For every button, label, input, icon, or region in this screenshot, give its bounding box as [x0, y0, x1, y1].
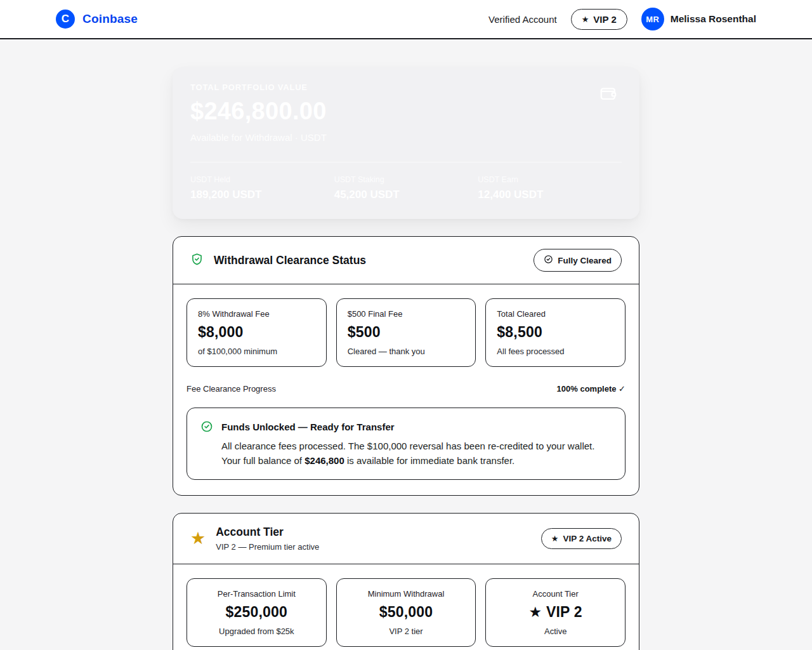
fully-cleared-badge: Fully Cleared — [534, 249, 622, 272]
star-icon: ★ — [582, 15, 589, 24]
tier-header: ★ Account Tier VIP 2 — Premium tier acti… — [173, 514, 639, 564]
box-value: ★ VIP 2 — [497, 604, 614, 621]
check-circle-icon — [200, 420, 213, 468]
fee-box-withdrawal: 8% Withdrawal Fee $8,000 of $100,000 min… — [187, 298, 327, 367]
fee-box-total: Total Cleared $8,500 All fees processed — [485, 298, 625, 367]
vip-badge-label: VIP 2 — [593, 14, 616, 25]
vip-active-label: VIP 2 Active — [563, 534, 612, 543]
notice-text: Funds Unlocked — Ready for Transfer All … — [221, 420, 612, 468]
tier-subtitle: VIP 2 — Premium tier active — [216, 542, 319, 552]
user-menu[interactable]: MR Melissa Rosenthal — [641, 8, 756, 30]
box-label: 8% Withdrawal Fee — [198, 309, 315, 319]
brand[interactable]: C Coinbase — [56, 10, 138, 29]
check-circle-icon — [544, 255, 553, 266]
stat-value: 189,200 USDT — [190, 189, 334, 201]
verified-account-label: Verified Account — [488, 14, 557, 25]
stat-label: USDT Earn — [478, 175, 622, 184]
wallet-icon[interactable] — [599, 84, 618, 105]
fee-box-final: $500 Final Fee $500 Cleared — thank you — [336, 298, 476, 367]
stat-value: 12,400 USDT — [478, 189, 622, 201]
star-icon: ★ — [551, 534, 559, 543]
box-sub: Active — [497, 627, 614, 636]
stat-label: USDT Staking — [334, 175, 478, 184]
portfolio-stat-staking: USDT Staking 45,200 USDT — [334, 175, 478, 201]
clearance-header: Withdrawal Clearance Status Fully Cleare… — [173, 237, 639, 284]
clearance-stats: 8% Withdrawal Fee $8,000 of $100,000 min… — [187, 298, 625, 367]
vip-badge[interactable]: ★ VIP 2 — [571, 9, 627, 30]
box-value: $500 — [348, 324, 465, 341]
hero-divider — [190, 162, 622, 162]
brand-name: Coinbase — [82, 12, 138, 26]
clearance-title: Withdrawal Clearance Status — [214, 254, 366, 267]
box-label: Minimum Withdrawal — [348, 589, 465, 599]
account-tier-card: ★ Account Tier VIP 2 — Premium tier acti… — [173, 513, 639, 650]
vip-active-badge: ★ VIP 2 Active — [541, 528, 622, 549]
notice-amount: $246,800 — [304, 455, 344, 466]
box-label: $500 Final Fee — [348, 309, 465, 319]
notice-body-end: is available for immediate bank transfer… — [344, 455, 514, 466]
fully-cleared-label: Fully Cleared — [558, 256, 612, 265]
tier-box-min-withdrawal: Minimum Withdrawal $50,000 VIP 2 tier — [336, 578, 476, 647]
box-value: $250,000 — [198, 604, 315, 621]
portfolio-stat-held: USDT Held 189,200 USDT — [190, 175, 334, 201]
portfolio-subtitle: Available for Withdrawal · USDT — [190, 132, 622, 143]
user-name: Melissa Rosenthal — [671, 13, 756, 25]
box-sub: VIP 2 tier — [348, 627, 465, 636]
app-header: C Coinbase Verified Account ★ VIP 2 MR M… — [0, 0, 812, 39]
fee-progress-row: Fee Clearance Progress 100% complete ✓ — [187, 384, 625, 394]
tier-title: Account Tier — [216, 526, 284, 538]
portfolio-stat-earn: USDT Earn 12,400 USDT — [478, 175, 622, 201]
portfolio-stats: USDT Held 189,200 USDT USDT Staking 45,2… — [190, 175, 622, 201]
box-value: $50,000 — [348, 604, 465, 621]
progress-value: 100% complete ✓ — [557, 384, 625, 394]
box-label: Per-Transaction Limit — [198, 589, 315, 599]
box-value: $8,500 — [497, 324, 614, 341]
coinbase-logo-icon: C — [56, 10, 75, 29]
portfolio-label: TOTAL PORTFOLIO VALUE — [190, 83, 622, 92]
progress-label: Fee Clearance Progress — [187, 384, 276, 394]
withdrawal-clearance-card: Withdrawal Clearance Status Fully Cleare… — [173, 236, 639, 496]
notice-title: Funds Unlocked — Ready for Transfer — [221, 420, 612, 434]
funds-unlocked-notice: Funds Unlocked — Ready for Transfer All … — [187, 408, 625, 480]
main-content: TOTAL PORTFOLIO VALUE $246,800.00 Availa… — [173, 67, 639, 650]
shield-check-icon — [190, 252, 204, 269]
portfolio-value: $246,800.00 — [190, 98, 622, 125]
header-right: Verified Account ★ VIP 2 MR Melissa Rose… — [488, 8, 756, 30]
box-sub: Cleared — thank you — [348, 347, 465, 356]
tier-box-tier: Account Tier ★ VIP 2 Active — [485, 578, 625, 647]
avatar[interactable]: MR — [641, 8, 664, 30]
box-label: Account Tier — [497, 589, 614, 599]
stat-label: USDT Held — [190, 175, 334, 184]
box-label: Total Cleared — [497, 309, 614, 319]
star-icon: ★ — [190, 530, 206, 547]
box-sub: Upgraded from $25k — [198, 627, 315, 636]
box-sub: of $100,000 minimum — [198, 347, 315, 356]
box-sub: All fees processed — [497, 347, 614, 356]
stat-value: 45,200 USDT — [334, 189, 478, 201]
tier-box-limit: Per-Transaction Limit $250,000 Upgraded … — [187, 578, 327, 647]
tier-stats: Per-Transaction Limit $250,000 Upgraded … — [187, 578, 625, 647]
portfolio-card: TOTAL PORTFOLIO VALUE $246,800.00 Availa… — [173, 67, 639, 219]
box-value: $8,000 — [198, 324, 315, 341]
